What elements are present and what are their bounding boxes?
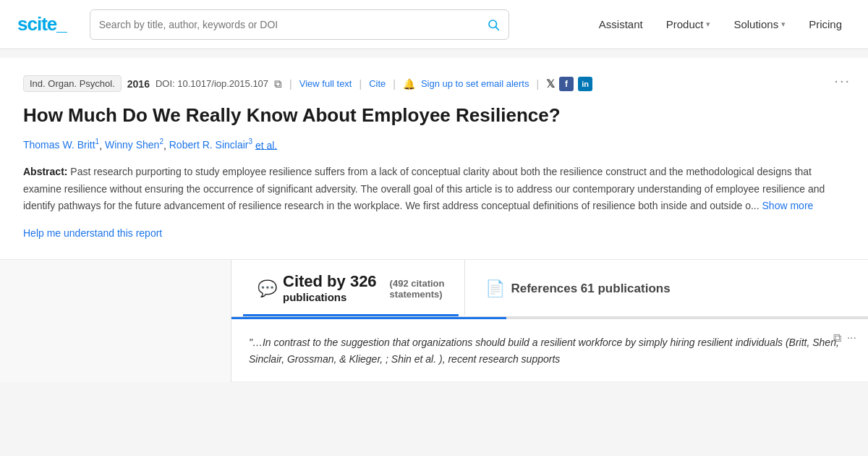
navbar: scite_ Assistant Product ▾ Solutions ▾ P… <box>0 0 868 49</box>
solutions-chevron-icon: ▾ <box>781 20 786 29</box>
abstract-text: Past research purporting to study employ… <box>23 166 825 211</box>
logo-text: scite <box>17 13 56 35</box>
show-more-link[interactable]: Show more <box>762 200 814 211</box>
cited-by-icon: 💬 <box>258 279 277 298</box>
tab-references[interactable]: 📄 References 61 publications <box>464 260 684 317</box>
copy-quote-button[interactable]: ⧉ <box>833 332 841 345</box>
publication-year: 2016 <box>127 78 150 90</box>
tabs-bar: 💬 Cited by 326 publications (492 citatio… <box>231 260 868 318</box>
bell-icon: 🔔 <box>403 78 415 90</box>
author-1-link[interactable]: Thomas W. Britt1 <box>23 139 99 151</box>
citations-section: 💬 Cited by 326 publications (492 citatio… <box>0 260 868 382</box>
search-button[interactable] <box>487 18 500 31</box>
author-1-sup: 1 <box>95 138 100 146</box>
tab-underline-container <box>231 317 868 319</box>
main-content: ··· Ind. Organ. Psychol. 2016 DOI: 10.10… <box>0 58 868 382</box>
nav-solutions[interactable]: Solutions ▾ <box>725 12 794 36</box>
help-understand-link[interactable]: Help me understand this report <box>23 227 162 239</box>
cited-by-count: Cited by 326 <box>283 273 377 290</box>
authors-line: Thomas W. Britt1, Winny Shen2, Robert R.… <box>23 138 845 151</box>
sign-up-alerts-link[interactable]: Sign up to set email alerts <box>421 78 529 89</box>
linkedin-icon[interactable]: in <box>578 77 592 91</box>
nav-assistant[interactable]: Assistant <box>590 12 652 36</box>
copy-doi-icon[interactable]: ⧉ <box>274 77 282 90</box>
author-2-sup: 2 <box>159 138 163 146</box>
tab-active-indicator <box>231 317 506 319</box>
cite-link[interactable]: Cite <box>369 78 386 89</box>
site-logo[interactable]: scite_ <box>17 13 67 35</box>
quote-actions: ⧉ ··· <box>833 332 856 345</box>
twitter-icon[interactable]: 𝕏 <box>546 77 555 90</box>
nav-links: Assistant Product ▾ Solutions ▾ Pricing <box>590 12 851 36</box>
meta-line: Ind. Organ. Psychol. 2016 DOI: 10.1017/i… <box>23 75 845 92</box>
right-panel: 💬 Cited by 326 publications (492 citatio… <box>231 260 868 382</box>
quote-more-button[interactable]: ··· <box>847 332 856 345</box>
left-panel <box>0 260 231 382</box>
references-icon: 📄 <box>485 279 505 298</box>
facebook-icon[interactable]: f <box>559 77 574 91</box>
view-full-text-link[interactable]: View full text <box>299 78 352 89</box>
citation-statements-2: statements) <box>390 289 445 300</box>
more-options-button[interactable]: ··· <box>834 72 851 89</box>
paper-title: How Much Do We Really Know About Employe… <box>23 104 845 128</box>
logo-underscore: _ <box>56 13 66 35</box>
search-bar-container <box>90 9 509 40</box>
social-icons: 𝕏 f in <box>546 77 592 91</box>
citation-statements-1: (492 citation <box>390 278 445 289</box>
search-input[interactable] <box>99 19 487 30</box>
abstract-label: Abstract: <box>23 166 67 177</box>
svg-line-1 <box>495 27 498 30</box>
journal-badge: Ind. Organ. Psychol. <box>23 75 122 92</box>
references-label: References 61 publications <box>511 282 670 296</box>
citation-quote-card: "…In contrast to the suggestion that org… <box>231 320 868 382</box>
quote-text: "…In contrast to the suggestion that org… <box>249 334 851 367</box>
cited-by-label: publications <box>283 290 377 305</box>
paper-card: ··· Ind. Organ. Psychol. 2016 DOI: 10.10… <box>0 58 868 260</box>
product-chevron-icon: ▾ <box>706 20 710 29</box>
author-3-link[interactable]: Robert R. Sinclair3 <box>169 139 252 151</box>
author-2-link[interactable]: Winny Shen2 <box>105 139 163 151</box>
nav-product[interactable]: Product ▾ <box>658 12 720 36</box>
doi-label: DOI: 10.1017/iop.2015.107 <box>156 78 268 89</box>
tab-cited-by[interactable]: 💬 Cited by 326 publications (492 citatio… <box>243 260 459 317</box>
author-3-sup: 3 <box>248 138 252 146</box>
nav-pricing[interactable]: Pricing <box>800 12 851 36</box>
et-al-link[interactable]: et al. <box>255 139 277 151</box>
abstract: Abstract: Past research purporting to st… <box>23 164 845 214</box>
